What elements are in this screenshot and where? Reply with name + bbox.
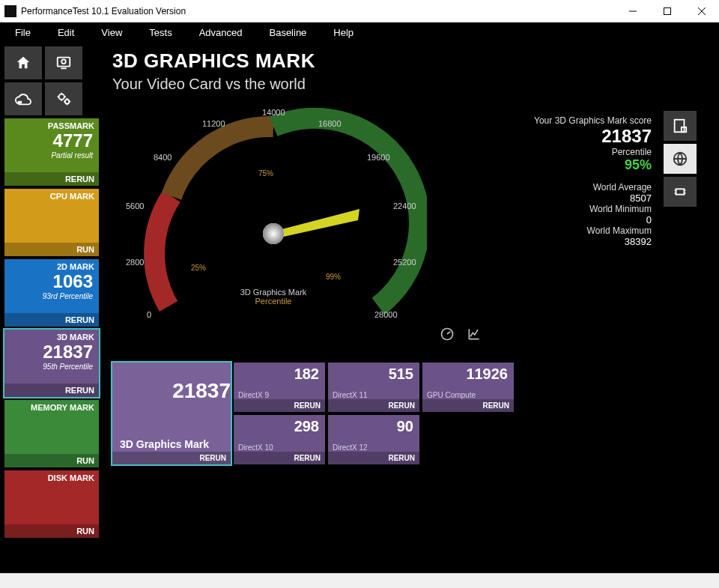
svg-point-5 bbox=[61, 59, 66, 64]
settings-button[interactable] bbox=[45, 82, 82, 115]
result-label: 3D Graphics Mark bbox=[112, 438, 231, 452]
min-value: 0 bbox=[534, 214, 652, 225]
avg-value: 8507 bbox=[534, 193, 652, 204]
tile-label: CPU MARK bbox=[4, 189, 99, 201]
result-action[interactable]: RERUN bbox=[328, 399, 419, 412]
tile-sub: 95th Percentile bbox=[4, 363, 99, 371]
tile-action[interactable]: RUN bbox=[4, 243, 99, 256]
svg-point-12 bbox=[263, 223, 284, 244]
result-action[interactable]: RERUN bbox=[422, 399, 514, 412]
tile-3d[interactable]: 3D MARK 21837 95th Percentile RERUN bbox=[4, 330, 99, 397]
maximize-button[interactable] bbox=[650, 0, 685, 22]
gauge-center-label: 3D Graphics Mark Percentile bbox=[228, 288, 318, 306]
sidebar: PASSMARK 4777 Partial result RERUN CPU M… bbox=[0, 42, 99, 573]
tile-score: 1063 bbox=[4, 271, 99, 292]
result-score: 21837 bbox=[112, 363, 231, 403]
svg-point-9 bbox=[65, 100, 70, 104]
result-label: GPU Compute bbox=[422, 391, 514, 399]
svg-point-8 bbox=[59, 94, 64, 100]
result-action[interactable]: RERUN bbox=[112, 452, 231, 464]
tile-label: 2D MARK bbox=[4, 259, 99, 271]
result-score: 182 bbox=[234, 363, 325, 383]
pct-75: 75% bbox=[258, 169, 273, 178]
tile-sub: Partial result bbox=[4, 151, 99, 160]
chip-button[interactable] bbox=[664, 177, 697, 207]
result-dx10[interactable]: 298 DirectX 10 RERUN bbox=[234, 415, 325, 464]
page-subtitle: Your Video Card vs the world bbox=[112, 76, 706, 93]
gauge-view-button[interactable] bbox=[438, 325, 456, 343]
status-bar bbox=[0, 573, 719, 588]
tick-7: 19600 bbox=[367, 153, 390, 162]
result-action[interactable]: RERUN bbox=[328, 452, 419, 464]
menu-advanced[interactable]: Advanced bbox=[186, 22, 256, 42]
tick-0: 0 bbox=[147, 310, 151, 319]
result-action[interactable]: RERUN bbox=[234, 452, 325, 464]
tile-action[interactable]: RUN bbox=[4, 524, 99, 538]
system-info-button[interactable] bbox=[45, 46, 82, 79]
menu-edit[interactable]: Edit bbox=[44, 22, 88, 42]
minimize-button[interactable] bbox=[616, 0, 650, 22]
result-score: 298 bbox=[234, 415, 325, 435]
result-action[interactable]: RERUN bbox=[234, 399, 325, 412]
result-score: 90 bbox=[328, 415, 419, 435]
svg-marker-10 bbox=[273, 209, 360, 239]
close-button[interactable] bbox=[685, 0, 719, 22]
window-title: PerformanceTest 10.1 Evaluation Version bbox=[21, 6, 616, 16]
avg-label: World Average bbox=[534, 182, 652, 193]
result-dx11[interactable]: 515 DirectX 11 RERUN bbox=[328, 363, 419, 412]
result-main[interactable]: 21837 3D Graphics Mark RERUN bbox=[112, 363, 231, 464]
tile-label: PASSMARK bbox=[4, 118, 99, 130]
gauge: 0 2800 5600 8400 11200 14000 16800 19600… bbox=[112, 100, 706, 333]
min-label: World Minimum bbox=[534, 204, 652, 214]
app-icon bbox=[4, 5, 16, 17]
pct-label: Percentile bbox=[534, 147, 652, 157]
pct-25: 25% bbox=[191, 264, 206, 272]
home-button[interactable] bbox=[4, 46, 42, 79]
menu-file[interactable]: File bbox=[1, 22, 44, 42]
svg-rect-1 bbox=[664, 7, 671, 14]
tile-disk[interactable]: DISK MARK RUN bbox=[4, 470, 99, 538]
menu-help[interactable]: Help bbox=[320, 22, 367, 42]
tick-6: 16800 bbox=[318, 119, 342, 128]
menu-bar: File Edit View Tests Advanced Baseline H… bbox=[0, 22, 719, 42]
svg-rect-7 bbox=[18, 101, 22, 104]
result-label: DirectX 11 bbox=[328, 391, 419, 399]
result-dx12[interactable]: 90 DirectX 12 RERUN bbox=[328, 415, 419, 464]
result-gpu-compute[interactable]: 11926 GPU Compute RERUN bbox=[422, 363, 514, 412]
chart-view-button[interactable] bbox=[465, 325, 483, 343]
tile-action[interactable]: RERUN bbox=[4, 384, 99, 397]
save-baseline-button[interactable] bbox=[664, 111, 697, 141]
result-score: 515 bbox=[328, 363, 419, 383]
tile-label: MEMORY MARK bbox=[4, 400, 99, 412]
result-label: DirectX 10 bbox=[234, 443, 325, 452]
tick-1: 2800 bbox=[126, 258, 144, 267]
tile-cpu[interactable]: CPU MARK RUN bbox=[4, 189, 99, 256]
max-label: World Maximum bbox=[534, 225, 652, 236]
tile-label: 3D MARK bbox=[4, 330, 99, 342]
svg-rect-16 bbox=[676, 189, 685, 194]
svg-line-18 bbox=[447, 332, 450, 334]
tile-memory[interactable]: MEMORY MARK RUN bbox=[4, 400, 99, 467]
menu-baseline[interactable]: Baseline bbox=[255, 22, 320, 42]
tick-5: 14000 bbox=[262, 108, 285, 117]
content: 3D GRAPHICS MARK Your Video Card vs the … bbox=[99, 42, 719, 573]
tick-8: 22400 bbox=[393, 201, 416, 210]
tick-10: 28000 bbox=[374, 310, 398, 319]
tile-2d[interactable]: 2D MARK 1063 93rd Percentile RERUN bbox=[4, 259, 99, 327]
svg-rect-4 bbox=[58, 58, 70, 67]
tile-score: 4777 bbox=[4, 130, 99, 151]
menu-tests[interactable]: Tests bbox=[136, 22, 185, 42]
tick-9: 25200 bbox=[393, 258, 416, 267]
menu-view[interactable]: View bbox=[88, 22, 136, 42]
tile-passmark[interactable]: PASSMARK 4777 Partial result RERUN bbox=[4, 118, 99, 186]
title-bar: PerformanceTest 10.1 Evaluation Version bbox=[0, 0, 719, 22]
score-label: Your 3D Graphics Mark score bbox=[534, 115, 652, 126]
max-value: 38392 bbox=[534, 236, 652, 247]
tile-action[interactable]: RERUN bbox=[4, 172, 99, 186]
result-dx9[interactable]: 182 DirectX 9 RERUN bbox=[234, 363, 325, 412]
pct-value: 95% bbox=[534, 157, 652, 173]
tile-action[interactable]: RUN bbox=[4, 454, 99, 467]
tile-action[interactable]: RERUN bbox=[4, 313, 99, 327]
upload-button[interactable] bbox=[4, 82, 42, 115]
world-compare-button[interactable] bbox=[664, 144, 697, 174]
